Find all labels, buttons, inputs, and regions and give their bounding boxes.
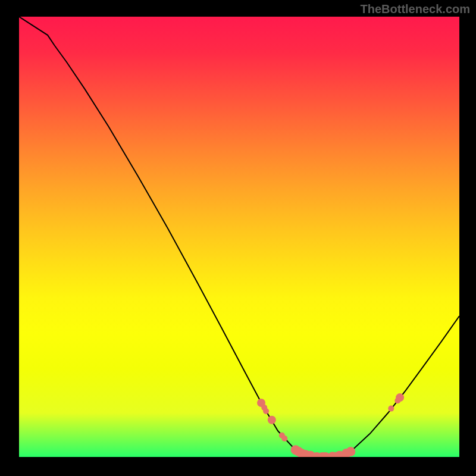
data-marker [396, 393, 404, 402]
data-marker [346, 447, 355, 456]
watermark-text: TheBottleneck.com [361, 2, 470, 16]
data-marker [388, 406, 394, 412]
data-marker [263, 408, 269, 414]
data-marker [268, 416, 276, 424]
chart-outer: TheBottleneck.com [0, 0, 476, 476]
data-marker [281, 436, 287, 441]
chart-svg [19, 17, 459, 457]
data-markers-group [257, 393, 404, 457]
bottleneck-curve [19, 17, 459, 457]
plot-area [19, 17, 459, 457]
